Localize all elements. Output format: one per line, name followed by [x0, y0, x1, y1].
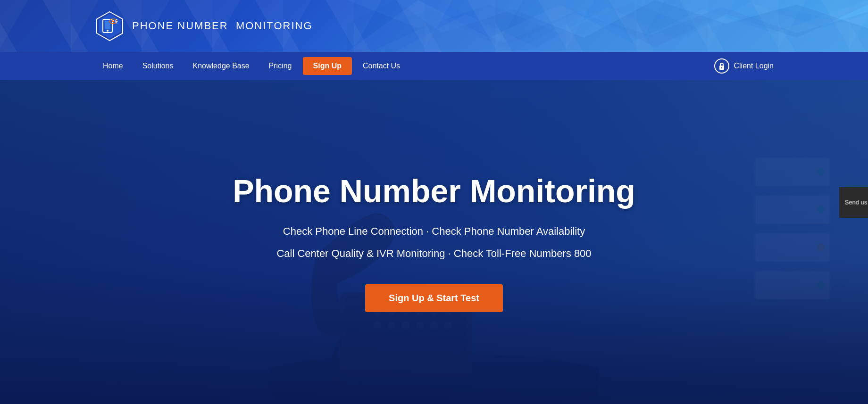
polygon-background — [347, 0, 868, 52]
svg-marker-0 — [347, 0, 868, 52]
svg-point-11 — [107, 30, 108, 32]
svg-marker-5 — [347, 0, 868, 33]
svg-point-19 — [721, 67, 722, 68]
hero-subtitle-line1: Check Phone Line Connection · Check Phon… — [233, 223, 635, 239]
logo-text: PHONE NUMBER MONITORING — [132, 20, 313, 32]
nav-home[interactable]: Home — [94, 58, 132, 74]
nav-solutions[interactable]: Solutions — [134, 58, 182, 74]
client-login-area[interactable]: Client Login — [714, 58, 774, 74]
navigation: Home Solutions Knowledge Base Pricing Si… — [0, 52, 868, 80]
hero-title: Phone Number Monitoring — [233, 173, 635, 209]
svg-point-14 — [113, 20, 114, 21]
svg-marker-4 — [371, 9, 868, 52]
logo-area[interactable]: PHONE NUMBER MONITORING — [94, 11, 313, 41]
logo-bold: PHONE NUMBER — [132, 20, 228, 32]
svg-marker-3 — [347, 0, 868, 52]
hero-section: Phone Number Monitoring Check Phone Line… — [0, 80, 868, 404]
svg-marker-1 — [394, 2, 868, 52]
logo-light: MONITORING — [236, 20, 313, 32]
hero-subtitle-line2: Call Center Quality & IVR Monitoring · C… — [233, 245, 635, 262]
client-login-label[interactable]: Client Login — [734, 62, 774, 70]
side-tab-label: Send us a message — [845, 198, 868, 206]
hero-cta-button[interactable]: Sign Up & Start Test — [365, 284, 503, 312]
nav-contact-us[interactable]: Contact Us — [354, 58, 409, 74]
logo-icon — [94, 11, 125, 41]
nav-knowledge-base[interactable]: Knowledge Base — [184, 58, 258, 74]
hero-content: Phone Number Monitoring Check Phone Line… — [214, 173, 654, 312]
svg-point-13 — [112, 20, 115, 22]
nav-signup-button[interactable]: Sign Up — [303, 57, 352, 75]
svg-marker-6 — [347, 7, 868, 52]
nav-pricing[interactable]: Pricing — [260, 58, 300, 74]
svg-marker-2 — [442, 0, 868, 47]
lock-icon — [714, 58, 729, 74]
top-header: PHONE NUMBER MONITORING — [0, 0, 868, 52]
nav-items: Home Solutions Knowledge Base Pricing Si… — [94, 57, 409, 75]
side-message-tab[interactable]: Send us a message ▷ — [839, 187, 868, 217]
